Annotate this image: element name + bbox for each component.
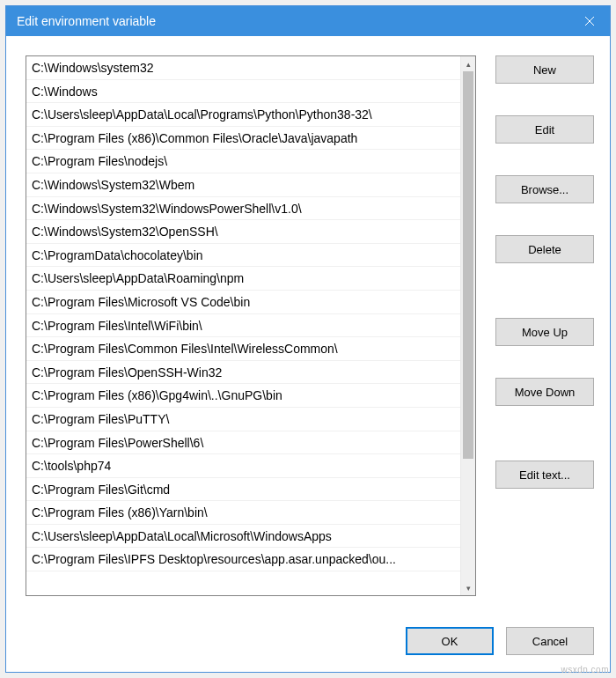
move-down-button[interactable]: Move Down bbox=[495, 378, 594, 406]
watermark: wsxdn.com bbox=[561, 665, 609, 674]
button-sidebar: New Edit Browse... Delete Move Up Move D… bbox=[495, 55, 594, 610]
path-listbox[interactable]: C:\Windows\system32C:\WindowsC:\Users\sl… bbox=[26, 55, 476, 596]
browse-button[interactable]: Browse... bbox=[495, 175, 594, 203]
list-item[interactable]: C:\Program Files (x86)\Common Files\Orac… bbox=[26, 127, 475, 151]
list-item[interactable]: C:\Users\sleep\AppData\Roaming\npm bbox=[26, 267, 475, 291]
list-item[interactable]: C:\Windows\System32\Wbem bbox=[26, 173, 475, 197]
chevron-up-icon: ▴ bbox=[466, 60, 471, 69]
list-item[interactable]: C:\Program Files (x86)\Gpg4win\..\GnuPG\… bbox=[26, 384, 475, 408]
list-item[interactable]: C:\Program Files (x86)\Yarn\bin\ bbox=[26, 501, 475, 525]
list-item[interactable]: C:\Program Files\Intel\WiFi\bin\ bbox=[26, 314, 475, 338]
new-button[interactable]: New bbox=[495, 55, 594, 84]
list-item[interactable]: C:\Windows\System32\WindowsPowerShell\v1… bbox=[26, 197, 475, 221]
list-item[interactable]: C:\ProgramData\chocolatey\bin bbox=[26, 244, 475, 268]
list-item[interactable]: C:\Program Files\IPFS Desktop\resources\… bbox=[26, 548, 475, 571]
list-item[interactable]: C:\tools\php74 bbox=[26, 454, 475, 478]
list-item[interactable]: C:\Program Files\PowerShell\6\ bbox=[26, 431, 475, 455]
close-icon bbox=[584, 16, 595, 26]
list-item[interactable]: C:\Program Files\Microsoft VS Code\bin bbox=[26, 291, 475, 314]
scroll-thumb[interactable] bbox=[463, 71, 473, 459]
list-item[interactable]: C:\Program Files\Common Files\Intel\Wire… bbox=[26, 337, 475, 361]
close-button[interactable] bbox=[569, 6, 610, 36]
scroll-down-button[interactable]: ▾ bbox=[461, 580, 475, 595]
list-item[interactable]: C:\Windows\system32 bbox=[26, 56, 475, 80]
cancel-button[interactable]: Cancel bbox=[506, 627, 594, 655]
dialog-footer: OK Cancel bbox=[6, 621, 610, 672]
scroll-track[interactable] bbox=[461, 71, 475, 580]
window-title: Edit environment variable bbox=[17, 14, 156, 28]
scrollbar[interactable]: ▴ ▾ bbox=[460, 56, 475, 595]
dialog-body: C:\Windows\system32C:\WindowsC:\Users\sl… bbox=[6, 36, 610, 621]
titlebar[interactable]: Edit environment variable bbox=[6, 6, 610, 36]
list-item[interactable]: C:\Program Files\OpenSSH-Win32 bbox=[26, 361, 475, 385]
list-item[interactable]: C:\Program Files\PuTTY\ bbox=[26, 408, 475, 431]
dialog-window: Edit environment variable C:\Windows\sys… bbox=[5, 5, 611, 673]
list-item[interactable]: C:\Program Files\Git\cmd bbox=[26, 478, 475, 502]
list-item[interactable]: C:\Program Files\nodejs\ bbox=[26, 150, 475, 173]
list-item[interactable]: C:\Users\sleep\AppData\Local\Programs\Py… bbox=[26, 103, 475, 127]
edit-button[interactable]: Edit bbox=[495, 115, 594, 144]
delete-button[interactable]: Delete bbox=[495, 235, 594, 263]
ok-button[interactable]: OK bbox=[406, 627, 494, 655]
scroll-up-button[interactable]: ▴ bbox=[461, 56, 475, 71]
move-up-button[interactable]: Move Up bbox=[495, 318, 594, 346]
list-item[interactable]: C:\Windows bbox=[26, 80, 475, 104]
edit-text-button[interactable]: Edit text... bbox=[495, 461, 594, 489]
chevron-down-icon: ▾ bbox=[466, 584, 471, 593]
list-item[interactable]: C:\Users\sleep\AppData\Local\Microsoft\W… bbox=[26, 525, 475, 549]
list-item[interactable]: C:\Windows\System32\OpenSSH\ bbox=[26, 220, 475, 244]
